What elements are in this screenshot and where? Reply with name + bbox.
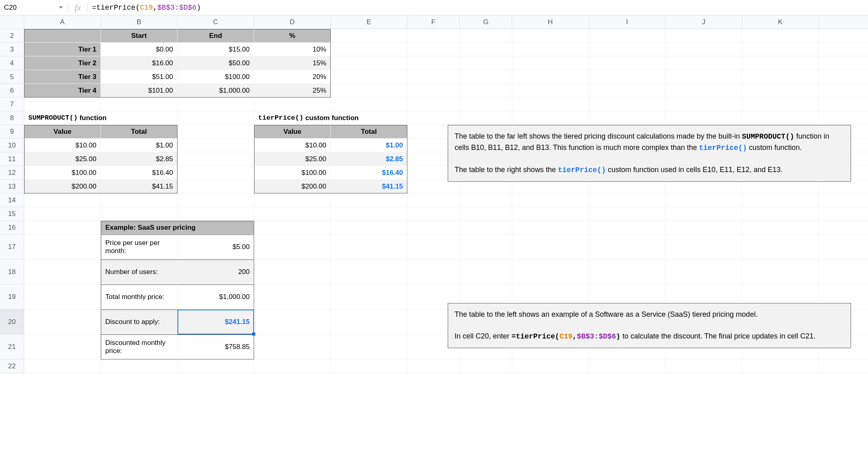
cell[interactable] <box>589 43 666 56</box>
cell-A3[interactable]: Tier 1 <box>24 43 101 56</box>
cell-D5[interactable]: 20% <box>254 70 331 84</box>
cell-C3[interactable]: $15.00 <box>177 43 254 56</box>
row-header[interactable]: 20 <box>0 309 24 334</box>
cell[interactable] <box>819 207 868 221</box>
cell[interactable] <box>177 180 254 193</box>
col-header[interactable]: F <box>407 15 460 29</box>
cell[interactable] <box>460 235 512 260</box>
col-header[interactable]: E <box>331 15 407 29</box>
cell[interactable] <box>24 359 101 373</box>
cell-A13[interactable]: $200.00 <box>24 180 101 193</box>
cell[interactable] <box>254 98 331 111</box>
cell[interactable] <box>254 193 331 207</box>
cell[interactable] <box>407 29 460 43</box>
cell[interactable] <box>177 139 254 152</box>
row-header[interactable]: 14 <box>0 193 24 207</box>
col-header[interactable]: C <box>177 15 254 29</box>
cell-D4[interactable]: 15% <box>254 56 331 70</box>
cell[interactable] <box>407 43 460 56</box>
cell-A10[interactable]: $10.00 <box>24 139 101 152</box>
cell[interactable] <box>331 193 407 207</box>
cell[interactable] <box>24 207 101 221</box>
cell[interactable] <box>331 70 407 84</box>
cell[interactable] <box>407 235 460 260</box>
cell[interactable] <box>589 56 666 70</box>
cell[interactable] <box>460 260 512 284</box>
cell-C4[interactable]: $50.00 <box>177 56 254 70</box>
cell[interactable] <box>254 309 331 334</box>
cell-B4[interactable]: $16.00 <box>101 56 177 70</box>
cell-B19[interactable]: Total monthly price: <box>101 284 177 309</box>
cell[interactable] <box>589 235 666 260</box>
cell[interactable] <box>512 193 589 207</box>
cell[interactable] <box>589 98 666 111</box>
cell[interactable] <box>742 43 819 56</box>
row-header[interactable]: 13 <box>0 180 24 193</box>
cell-D3[interactable]: 10% <box>254 43 331 56</box>
cell[interactable] <box>460 29 512 43</box>
row-header[interactable]: 3 <box>0 43 24 56</box>
cell[interactable] <box>819 359 868 373</box>
cell[interactable] <box>589 180 666 193</box>
cell[interactable] <box>742 98 819 111</box>
cell[interactable] <box>407 56 460 70</box>
cell-A9[interactable]: Value <box>24 125 101 139</box>
row-header[interactable]: 12 <box>0 166 24 180</box>
col-header[interactable] <box>819 15 868 29</box>
cell-B9[interactable]: Total <box>101 125 177 139</box>
cell[interactable] <box>407 84 460 98</box>
saas-title[interactable]: Example: SaaS user pricing <box>101 221 254 235</box>
cell[interactable] <box>512 84 589 98</box>
cell[interactable] <box>512 260 589 284</box>
cell[interactable] <box>331 84 407 98</box>
section-title-right[interactable]: tierPrice() custom function <box>254 111 407 125</box>
cell-C6[interactable]: $1,000.00 <box>177 84 254 98</box>
cell[interactable] <box>742 207 819 221</box>
cell[interactable] <box>331 43 407 56</box>
cell[interactable] <box>254 207 331 221</box>
cell[interactable] <box>254 334 331 359</box>
row-header[interactable]: 15 <box>0 207 24 221</box>
cell[interactable] <box>254 235 331 260</box>
cell-B17[interactable]: Price per user per month: <box>101 235 177 260</box>
cell[interactable] <box>460 193 512 207</box>
cell-C5[interactable]: $100.00 <box>177 70 254 84</box>
cell-B21[interactable]: Discounted monthly price: <box>101 334 177 359</box>
cell[interactable] <box>512 207 589 221</box>
cell[interactable] <box>666 98 742 111</box>
cell[interactable] <box>819 29 868 43</box>
cell[interactable] <box>460 180 512 193</box>
cell[interactable] <box>666 84 742 98</box>
cell-D6[interactable]: 25% <box>254 84 331 98</box>
cell[interactable] <box>742 235 819 260</box>
cell-E12[interactable]: $16.40 <box>331 166 407 180</box>
cell[interactable] <box>666 180 742 193</box>
cell[interactable] <box>407 260 460 284</box>
cell-A5[interactable]: Tier 3 <box>24 70 101 84</box>
cell[interactable] <box>254 284 331 309</box>
cell[interactable] <box>24 193 101 207</box>
cell-E13[interactable]: $41.15 <box>331 180 407 193</box>
cell[interactable] <box>407 221 460 235</box>
cell[interactable] <box>742 29 819 43</box>
cell[interactable] <box>101 98 177 111</box>
cell[interactable] <box>589 111 666 125</box>
cell[interactable] <box>666 70 742 84</box>
row-header[interactable]: 10 <box>0 139 24 152</box>
cell[interactable] <box>819 70 868 84</box>
cell-E11[interactable]: $2.85 <box>331 152 407 166</box>
cell[interactable] <box>819 260 868 284</box>
cell[interactable] <box>666 56 742 70</box>
cell[interactable] <box>101 193 177 207</box>
cell[interactable] <box>742 193 819 207</box>
cell[interactable] <box>589 70 666 84</box>
row-header[interactable]: 9 <box>0 125 24 139</box>
cell[interactable] <box>666 111 742 125</box>
row-header[interactable]: 6 <box>0 84 24 98</box>
cell[interactable] <box>460 359 512 373</box>
cell[interactable] <box>177 166 254 180</box>
cell[interactable] <box>512 70 589 84</box>
col-header[interactable]: I <box>589 15 666 29</box>
cell[interactable] <box>666 235 742 260</box>
cell[interactable] <box>331 334 407 359</box>
